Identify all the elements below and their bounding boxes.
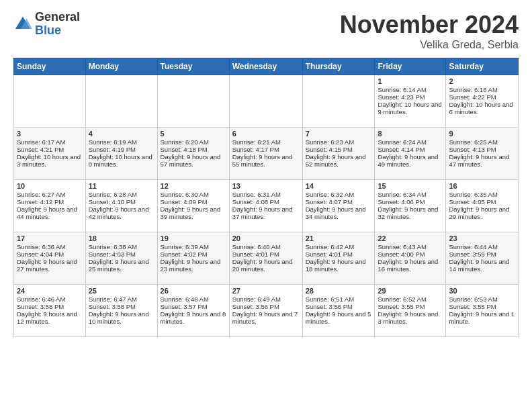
location-subtitle: Velika Greda, Serbia [340,39,519,51]
sunrise-text: Sunrise: 6:47 AM [89,295,137,303]
logo-icon [13,15,32,34]
daylight-text: Daylight: 9 hours and 10 minutes. [89,310,149,325]
day-cell-24: 24Sunrise: 6:46 AMSunset: 3:58 PMDayligh… [14,285,86,337]
sunrise-text: Sunrise: 6:42 AM [306,243,354,250]
day-number: 27 [232,287,300,295]
day-cell-11: 11Sunrise: 6:28 AMSunset: 4:10 PMDayligh… [85,180,157,232]
daylight-text: Daylight: 9 hours and 52 minutes. [306,153,366,168]
day-cell-6: 6Sunrise: 6:21 AMSunset: 4:17 PMDaylight… [229,128,302,180]
day-cell-27: 27Sunrise: 6:49 AMSunset: 3:56 PMDayligh… [229,285,302,337]
sunrise-text: Sunrise: 6:32 AM [306,191,354,198]
day-cell-13: 13Sunrise: 6:31 AMSunset: 4:08 PMDayligh… [229,180,302,232]
logo-general-label: General [35,11,80,24]
sunset-text: Sunset: 4:17 PM [232,146,279,153]
day-cell-10: 10Sunrise: 6:27 AMSunset: 4:12 PMDayligh… [14,180,86,232]
day-cell-20: 20Sunrise: 6:40 AMSunset: 4:01 PMDayligh… [229,232,302,285]
day-number: 21 [306,234,372,242]
sunrise-text: Sunrise: 6:31 AM [232,191,281,198]
day-cell-23: 23Sunrise: 6:44 AMSunset: 3:59 PMDayligh… [446,232,519,285]
calendar-page: General Blue November 2024 Velika Greda,… [0,0,532,411]
day-cell-21: 21Sunrise: 6:42 AMSunset: 4:01 PMDayligh… [302,232,375,285]
day-number: 2 [449,77,515,85]
sunrise-text: Sunrise: 6:14 AM [378,86,426,93]
sunrise-text: Sunrise: 6:19 AM [89,138,137,146]
sunrise-text: Sunrise: 6:28 AM [89,191,137,198]
day-cell-5: 5Sunrise: 6:20 AMSunset: 4:18 PMDaylight… [157,128,229,180]
sunrise-text: Sunrise: 6:36 AM [17,243,65,250]
day-cell-17: 17Sunrise: 6:36 AMSunset: 4:04 PMDayligh… [14,232,86,285]
day-cell-4: 4Sunrise: 6:19 AMSunset: 4:19 PMDaylight… [85,128,157,180]
sunrise-text: Sunrise: 6:24 AM [378,138,426,146]
daylight-text: Daylight: 9 hours and 3 minutes. [378,310,438,325]
day-number: 10 [17,182,83,190]
daylight-text: Daylight: 9 hours and 18 minutes. [306,258,366,273]
sunset-text: Sunset: 4:07 PM [306,198,353,205]
sunset-text: Sunset: 4:06 PM [378,198,425,205]
sunset-text: Sunset: 4:04 PM [17,250,64,258]
day-number: 9 [449,130,515,138]
daylight-text: Daylight: 9 hours and 55 minutes. [232,153,293,168]
logo: General Blue [13,11,80,38]
day-number: 17 [17,234,83,242]
day-cell-14: 14Sunrise: 6:32 AMSunset: 4:07 PMDayligh… [302,180,375,232]
day-cell-19: 19Sunrise: 6:39 AMSunset: 4:02 PMDayligh… [157,232,229,285]
day-cell-25: 25Sunrise: 6:47 AMSunset: 3:58 PMDayligh… [85,285,157,337]
day-cell-8: 8Sunrise: 6:24 AMSunset: 4:14 PMDaylight… [375,128,446,180]
day-cell-3: 3Sunrise: 6:17 AMSunset: 4:21 PMDaylight… [14,128,86,180]
week-row-1: 1Sunrise: 6:14 AMSunset: 4:23 PMDaylight… [14,75,519,128]
sunset-text: Sunset: 4:23 PM [378,93,425,101]
sunset-text: Sunset: 3:56 PM [232,303,279,310]
day-number: 3 [17,130,83,138]
sunset-text: Sunset: 4:00 PM [378,250,425,258]
daylight-text: Daylight: 10 hours and 3 minutes. [17,153,81,168]
day-number: 19 [161,234,226,242]
sunrise-text: Sunrise: 6:52 AM [378,295,426,303]
day-cell-empty-1 [85,75,157,128]
day-number: 13 [232,182,300,190]
day-cell-15: 15Sunrise: 6:34 AMSunset: 4:06 PMDayligh… [375,180,446,232]
day-number: 28 [306,287,372,295]
sunrise-text: Sunrise: 6:35 AM [449,191,497,198]
day-number: 20 [232,234,300,242]
day-cell-empty-4 [302,75,375,128]
sunset-text: Sunset: 4:02 PM [161,250,208,258]
sunset-text: Sunset: 3:55 PM [449,303,496,310]
day-number: 4 [89,130,154,138]
sunset-text: Sunset: 3:57 PM [161,303,208,310]
daylight-text: Daylight: 9 hours and 25 minutes. [89,258,149,273]
weekday-header-saturday: Saturday [446,58,519,75]
daylight-text: Daylight: 10 hours and 9 minutes. [378,101,441,116]
sunset-text: Sunset: 4:05 PM [449,198,496,205]
logo-text: General Blue [35,11,80,38]
daylight-text: Daylight: 9 hours and 29 minutes. [449,205,509,220]
sunset-text: Sunset: 4:08 PM [232,198,279,205]
weekday-header-wednesday: Wednesday [229,58,302,75]
day-number: 14 [306,182,372,190]
daylight-text: Daylight: 10 hours and 0 minutes. [89,153,152,168]
sunrise-text: Sunrise: 6:23 AM [306,138,354,146]
day-cell-empty-2 [157,75,229,128]
sunset-text: Sunset: 4:14 PM [378,146,425,153]
day-cell-29: 29Sunrise: 6:52 AMSunset: 3:55 PMDayligh… [375,285,446,337]
daylight-text: Daylight: 9 hours and 34 minutes. [306,205,366,220]
daylight-text: Daylight: 9 hours and 8 minutes. [161,310,226,325]
week-row-4: 17Sunrise: 6:36 AMSunset: 4:04 PMDayligh… [14,232,519,285]
day-cell-2: 2Sunrise: 6:16 AMSunset: 4:22 PMDaylight… [446,75,519,128]
day-number: 25 [89,287,154,295]
week-row-3: 10Sunrise: 6:27 AMSunset: 4:12 PMDayligh… [14,180,519,232]
calendar-table: SundayMondayTuesdayWednesdayThursdayFrid… [13,58,519,337]
sunset-text: Sunset: 4:21 PM [17,146,64,153]
daylight-text: Daylight: 9 hours and 27 minutes. [17,258,77,273]
sunset-text: Sunset: 4:22 PM [449,93,496,101]
sunrise-text: Sunrise: 6:39 AM [161,243,209,250]
daylight-text: Daylight: 9 hours and 7 minutes. [232,310,298,325]
sunrise-text: Sunrise: 6:34 AM [378,191,426,198]
weekday-header-friday: Friday [375,58,446,75]
day-number: 1 [378,77,443,85]
day-cell-empty-3 [229,75,302,128]
day-number: 8 [378,130,443,138]
sunset-text: Sunset: 4:12 PM [17,198,64,205]
day-number: 16 [449,182,515,190]
sunset-text: Sunset: 4:03 PM [89,250,136,258]
day-number: 23 [449,234,515,242]
